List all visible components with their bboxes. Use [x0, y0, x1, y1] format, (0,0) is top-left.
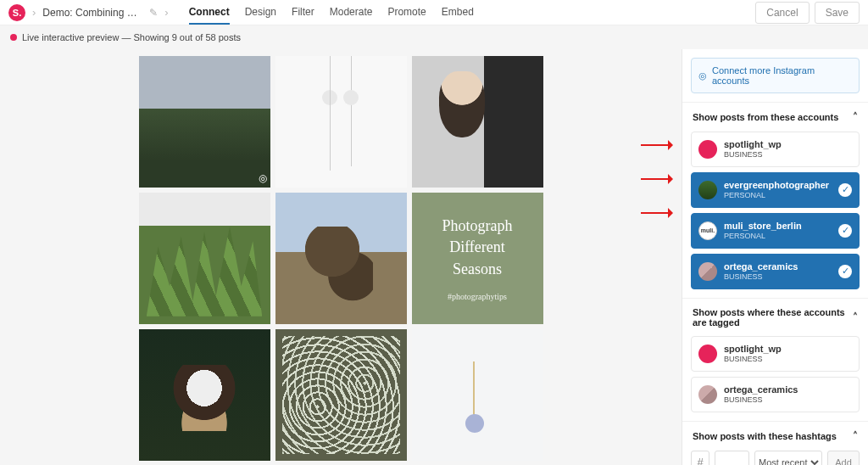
hashtag-add-button[interactable]: Add [827, 451, 860, 465]
account-name: ortega_ceramics [724, 384, 798, 395]
annotation-arrow-icon [641, 208, 678, 218]
section-title: Show posts from these accounts [693, 112, 838, 122]
chevron-up-icon: ˄ [853, 111, 858, 123]
preview-status: Live interactive preview — Showing 9 out… [0, 25, 868, 49]
post-tile[interactable] [412, 56, 543, 188]
tab-filter[interactable]: Filter [292, 1, 314, 25]
account-type: BUSINESS [724, 355, 782, 364]
tile-text: Photograph [442, 216, 513, 237]
live-dot-icon [10, 34, 17, 41]
tile-subtext: #photographytips [448, 292, 507, 301]
section-title: Show posts with these hashtags [693, 431, 837, 441]
main-tabs: Connect Design Filter Moderate Promote E… [189, 1, 474, 25]
account-item[interactable]: muli. muli_store_berlin PERSONAL ✓ [691, 213, 860, 249]
preview-status-text: Live interactive preview — Showing 9 out… [22, 32, 241, 42]
avatar [698, 262, 717, 281]
tab-promote[interactable]: Promote [387, 1, 426, 25]
tab-embed[interactable]: Embed [442, 1, 474, 25]
account-type: BUSINESS [724, 395, 798, 405]
section-title: Show posts where these accounts are tagg… [693, 307, 853, 328]
section-header-hashtags[interactable]: Show posts with these hashtags ˄ [682, 421, 868, 451]
cancel-button[interactable]: Cancel [755, 2, 809, 24]
connect-accounts-button[interactable]: ◎ Connect more Instagram accounts [691, 58, 860, 93]
instagram-icon: ◎ [698, 70, 707, 81]
accounts-list: spotlight_wp BUSINESS evergreenphotograp… [682, 132, 868, 298]
feed-preview: ◎ Photograph Different Seasons #photogra… [0, 49, 682, 465]
app-header: S. › Demo: Combining Mul... ✎ › Connect … [0, 0, 868, 25]
check-icon: ✓ [838, 183, 852, 197]
post-tile[interactable]: Photograph Different Seasons #photograph… [412, 193, 543, 324]
post-tile[interactable]: ◎ [139, 56, 270, 188]
post-tile[interactable] [139, 193, 270, 324]
account-name: muli_store_berlin [724, 221, 802, 232]
brand-logo[interactable]: S. [8, 4, 25, 21]
section-header-tagged[interactable]: Show posts where these accounts are tagg… [682, 298, 868, 336]
tab-design[interactable]: Design [245, 1, 276, 25]
chevron-up-icon: ˄ [853, 311, 858, 323]
instagram-icon: ◎ [259, 172, 267, 184]
post-tile[interactable] [412, 329, 543, 461]
hashtag-sort-select[interactable]: Most recent [754, 451, 822, 465]
post-tile[interactable] [275, 329, 407, 461]
account-item[interactable]: ortega_ceramics BUSINESS [691, 377, 860, 412]
account-item[interactable]: spotlight_wp BUSINESS [691, 132, 860, 167]
account-item[interactable]: ortega_ceramics BUSINESS ✓ [691, 254, 860, 289]
tile-text: Different [449, 237, 505, 258]
account-item[interactable]: evergreenphotographer PERSONAL ✓ [691, 172, 860, 208]
tile-text: Seasons [453, 259, 502, 280]
avatar [698, 385, 717, 404]
account-name: ortega_ceramics [724, 261, 798, 272]
account-type: BUSINESS [724, 272, 798, 282]
hashtag-input[interactable] [715, 451, 749, 465]
tab-connect[interactable]: Connect [189, 1, 230, 25]
avatar [698, 345, 717, 363]
chevron-right-icon: › [164, 6, 168, 19]
post-tile[interactable] [275, 193, 407, 324]
chevron-up-icon: ˄ [853, 430, 858, 442]
avatar [698, 140, 717, 159]
account-name: spotlight_wp [724, 139, 782, 150]
breadcrumb[interactable]: Demo: Combining Mul... [42, 7, 144, 19]
annotation-arrow-icon [641, 174, 678, 184]
check-icon: ✓ [838, 224, 852, 238]
avatar: muli. [698, 221, 717, 240]
feed-grid: ◎ Photograph Different Seasons #photogra… [139, 56, 543, 461]
avatar [698, 181, 717, 199]
hash-icon: # [691, 451, 709, 465]
annotation-arrow-icon [641, 140, 678, 150]
account-name: evergreenphotographer [724, 180, 829, 191]
save-button[interactable]: Save [815, 2, 860, 24]
account-item[interactable]: spotlight_wp BUSINESS [691, 336, 860, 372]
account-type: PERSONAL [724, 191, 829, 200]
check-icon: ✓ [838, 265, 852, 278]
section-header-accounts[interactable]: Show posts from these accounts ˄ [682, 102, 868, 132]
tagged-list: spotlight_wp BUSINESS ortega_ceramics BU… [682, 336, 868, 421]
settings-sidebar: ◎ Connect more Instagram accounts Show p… [682, 49, 868, 465]
post-tile[interactable] [139, 329, 270, 461]
pencil-icon[interactable]: ✎ [149, 7, 158, 19]
account-name: spotlight_wp [724, 344, 782, 355]
connect-accounts-label: Connect more Instagram accounts [712, 65, 852, 86]
account-type: PERSONAL [724, 232, 802, 241]
chevron-right-icon: › [32, 6, 36, 19]
hashtag-row: # Most recent Add [682, 451, 868, 465]
tab-moderate[interactable]: Moderate [330, 1, 373, 25]
account-type: BUSINESS [724, 150, 782, 160]
post-tile[interactable] [275, 56, 407, 188]
